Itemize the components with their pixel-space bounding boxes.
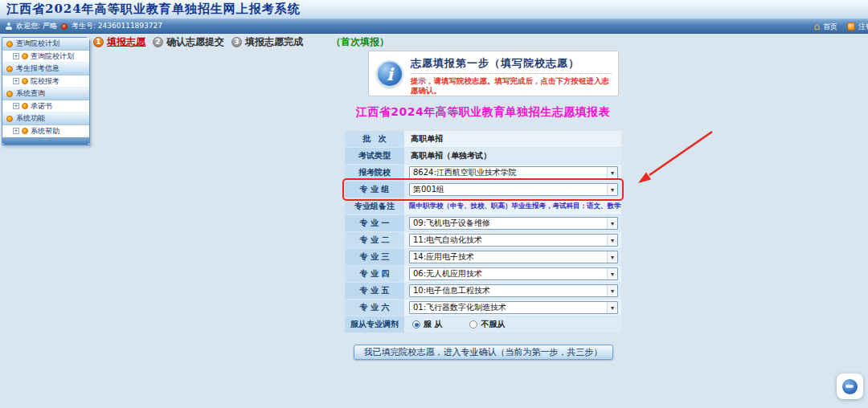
chevron-down-icon: ▾ (607, 285, 617, 296)
major-4-select[interactable]: 06:无人机应用技术 ▾ (409, 267, 618, 280)
adjustment-radio-group: 服 从 不服从 (412, 319, 505, 330)
chevron-down-icon: ▾ (607, 251, 617, 263)
major-2-select[interactable]: 11:电气自动化技术 ▾ (409, 234, 618, 247)
menu-ball-icon (22, 103, 28, 109)
info-box: i 志愿填报第一步（填写院校志愿） 提示，请填写院校志愿。填写完成后，点击下方按… (368, 51, 619, 96)
plus-box-icon: + (13, 78, 19, 84)
widget-icon (842, 379, 858, 394)
first-fill-note: （首次填报） (331, 35, 389, 49)
step-2-label: 确认志愿提交 (166, 35, 224, 49)
row-major-3: 专 业 三 14:应用电子技术 ▾ (345, 249, 621, 265)
plus-box-icon: + (13, 53, 19, 59)
logout-link[interactable]: 注销 (858, 22, 868, 32)
sidebar-item-plan-query[interactable]: + 查询院校计划 (2, 51, 89, 63)
step-2: 2 确认志愿提交 (153, 35, 224, 49)
menu-ball-icon (6, 66, 13, 72)
major-3-select[interactable]: 14:应用电子技术 ▾ (409, 251, 618, 263)
info-title: 志愿填报第一步（填写院校志愿） (411, 56, 612, 74)
row-exam-type: 考试类型 高职单招（单独考试） (345, 148, 621, 164)
application-form: 批 次 高职单招 考试类型 高职单招（单独考试） 报考院校 8624:江西航空职… (345, 131, 621, 333)
menu-ball-icon (6, 116, 13, 122)
row-major-1: 专 业 一 09:飞机电子设备维修 ▾ (345, 215, 621, 231)
sidebar-resize-handle[interactable]: ⋯ (2, 137, 89, 145)
row-batch: 批 次 高职单招 (345, 131, 621, 147)
batch-value: 高职单招 (411, 133, 443, 145)
steps-bar: 1 填报志愿 2 确认志愿提交 3 填报志愿完成 （首次填报） (93, 35, 389, 48)
step-3-number-icon: 3 (231, 37, 242, 47)
welcome-text: 欢迎您: 严略 (16, 21, 57, 31)
info-icon: i (376, 60, 403, 88)
submit-button[interactable]: 我已填完院校志愿，进入专业确认（当前为第一步，共三步） (354, 345, 613, 360)
sidebar-item-system-help[interactable]: + 系统帮助 (2, 125, 89, 137)
chevron-down-icon: ▾ (607, 302, 617, 313)
obey-radio[interactable]: 服 从 (412, 319, 442, 330)
step-1-label[interactable]: 填报志愿 (107, 35, 145, 49)
menu-ball-icon (6, 91, 13, 97)
sidebar-header-system-function[interactable]: 系统功能 (2, 112, 89, 125)
home-icon: ⌂ (813, 22, 820, 31)
sidebar-item-commitment[interactable]: + 承诺书 (2, 100, 89, 112)
major-6-select[interactable]: 01:飞行器数字化制造技术 ▾ (409, 301, 618, 314)
row-major-group-note: 专业组备注 限中职学校（中专、技校、职高）毕业生报考，考试科目：语文、数学、职业… (345, 198, 621, 214)
major-1-select[interactable]: 09:飞机电子设备维修 ▾ (409, 217, 618, 230)
row-major-group: 专 业 组 第001组 ▾ (345, 182, 621, 198)
floating-widget-button[interactable] (837, 373, 863, 399)
student-no-text: 考生号: 24360111893727 (72, 21, 162, 31)
radio-selected-icon (412, 320, 420, 328)
row-adjustment: 服从专业调剂 服 从 不服从 (345, 316, 621, 333)
major-group-note: 限中职学校（中专、技校、职高）毕业生报考，考试科目：语文、数学、职业技能。 (409, 202, 621, 211)
sidebar-header-candidate-info[interactable]: 考生报考信息 (2, 63, 89, 75)
submit-area: 我已填完院校志愿，进入专业确认（当前为第一步，共三步） (345, 343, 621, 360)
menu-ball-icon (22, 128, 28, 134)
user-icon (5, 22, 12, 30)
college-select[interactable]: 8624:江西航空职业技术学院 ▾ (409, 166, 618, 179)
sidebar-header-plan-query[interactable]: 查询院校计划 (2, 38, 89, 51)
row-major-4: 专 业 四 06:无人机应用技术 ▾ (345, 266, 621, 282)
title-bar: 江西省2024年高等职业教育单独招生网上报考系统 (0, 0, 868, 19)
row-college: 报考院校 8624:江西航空职业技术学院 ▾ (345, 165, 621, 181)
step-1-number-icon: 1 (93, 37, 104, 47)
row-major-5: 专 业 五 10:电子信息工程技术 ▾ (345, 283, 621, 299)
step-3: 3 填报志愿完成 (231, 35, 303, 49)
major-group-select[interactable]: 第001组 ▾ (409, 183, 618, 196)
chevron-down-icon: ▾ (607, 268, 617, 279)
row-major-2: 专 业 二 11:电气自动化技术 ▾ (345, 232, 621, 248)
step-1: 1 填报志愿 (93, 35, 145, 49)
step-3-label: 填报志愿完成 (245, 35, 303, 49)
exam-type-value: 高职单招（单独考试） (411, 150, 491, 161)
row-major-6: 专 业 六 01:飞行器数字化制造技术 ▾ (345, 300, 621, 316)
major-5-select[interactable]: 10:电子信息工程技术 ▾ (409, 284, 618, 297)
user-info: 欢迎您: 严略 考生号: 24360111893727 (0, 21, 162, 31)
form-title: 江西省2024年高等职业教育单独招生志愿填报表 (313, 105, 653, 120)
info-hint: 提示，请填写院校志愿。填写完成后，点击下方按钮进入志愿确认。 (411, 76, 612, 96)
userbar-actions: ⌂ 首页 注销 (813, 19, 868, 34)
chevron-down-icon: ▾ (607, 218, 617, 229)
sidebar-menu: 查询院校计划 + 查询院校计划 考生报考信息 + 院校报考 系统查询 + 承诺书… (2, 37, 90, 145)
menu-ball-icon (22, 53, 28, 59)
logout-icon (847, 22, 855, 31)
chevron-down-icon: ▾ (607, 184, 617, 195)
home-link[interactable]: 首页 (823, 22, 837, 32)
radio-unselected-icon (469, 320, 477, 328)
student-id-icon (61, 23, 68, 30)
app-title: 江西省2024年高等职业教育单独招生网上报考系统 (6, 2, 301, 17)
sidebar-item-college-apply[interactable]: + 院校报考 (2, 75, 89, 88)
user-bar: 欢迎您: 严略 考生号: 24360111893727 ⌂ 首页 注销 (0, 19, 868, 34)
sidebar-header-system-query[interactable]: 系统查询 (2, 88, 89, 100)
step-2-number-icon: 2 (153, 37, 163, 47)
plus-box-icon: + (13, 103, 19, 109)
chevron-down-icon: ▾ (607, 235, 617, 246)
menu-ball-icon (6, 41, 13, 47)
chevron-down-icon: ▾ (607, 167, 617, 178)
plus-box-icon: + (13, 128, 19, 134)
not-obey-radio[interactable]: 不服从 (469, 319, 505, 330)
menu-ball-icon (22, 78, 28, 84)
